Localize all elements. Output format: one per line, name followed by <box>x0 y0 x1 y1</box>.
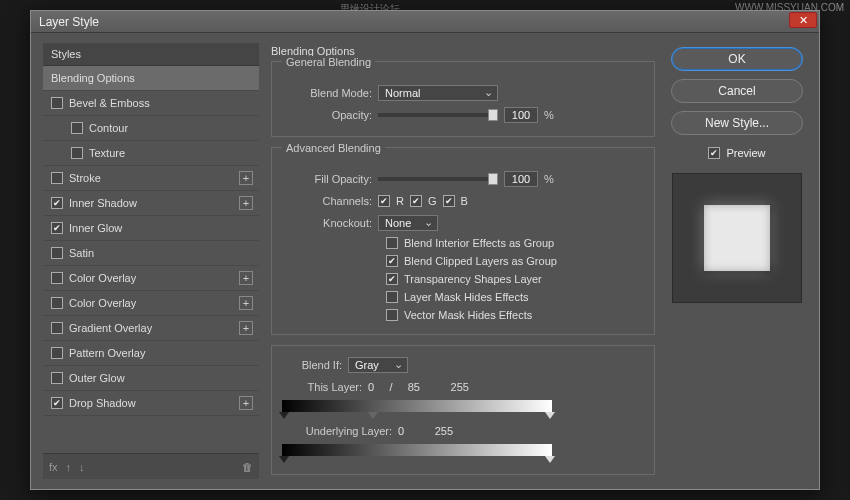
style-label: Color Overlay <box>69 272 136 284</box>
dialog-title: Layer Style <box>39 15 99 29</box>
option-checkbox[interactable] <box>386 309 398 321</box>
arrow-down-icon[interactable]: ↓ <box>79 461 85 473</box>
add-effect-icon[interactable]: + <box>239 171 253 185</box>
close-button[interactable]: ✕ <box>789 12 817 28</box>
fill-opacity-label: Fill Opacity: <box>282 173 372 185</box>
add-effect-icon[interactable]: + <box>239 321 253 335</box>
underlying-track[interactable] <box>282 444 552 456</box>
option-checkbox[interactable] <box>386 291 398 303</box>
channel-g-checkbox[interactable] <box>410 195 422 207</box>
blendif-group: Blend If: Gray This Layer: 0 / 85 255 Un… <box>271 345 655 475</box>
style-checkbox[interactable] <box>51 247 63 259</box>
style-label: Gradient Overlay <box>69 322 152 334</box>
style-label: Drop Shadow <box>69 397 136 409</box>
style-row-texture[interactable]: Texture <box>43 141 259 166</box>
channel-b-checkbox[interactable] <box>443 195 455 207</box>
preview-swatch <box>704 205 770 271</box>
preview-label: Preview <box>726 147 765 159</box>
preview-checkbox[interactable] <box>708 147 720 159</box>
opacity-label: Opacity: <box>282 109 372 121</box>
style-row-bevel-emboss[interactable]: Bevel & Emboss <box>43 91 259 116</box>
opacity-field[interactable]: 100 <box>504 107 538 123</box>
option-label: Blend Clipped Layers as Group <box>404 255 557 267</box>
option-label: Vector Mask Hides Effects <box>404 309 532 321</box>
style-label: Satin <box>69 247 94 259</box>
style-checkbox[interactable] <box>51 222 63 234</box>
add-effect-icon[interactable]: + <box>239 396 253 410</box>
style-label: Texture <box>89 147 125 159</box>
style-row-contour[interactable]: Contour <box>43 116 259 141</box>
style-label: Inner Shadow <box>69 197 137 209</box>
style-checkbox[interactable] <box>51 172 63 184</box>
style-checkbox[interactable] <box>51 397 63 409</box>
style-label: Blending Options <box>51 72 135 84</box>
style-row-color-overlay[interactable]: Color Overlay+ <box>43 291 259 316</box>
blendif-label: Blend If: <box>282 359 342 371</box>
knockout-select[interactable]: None <box>378 215 438 231</box>
general-blending-group: General Blending Blend Mode: Normal Opac… <box>271 61 655 137</box>
right-panel: OK Cancel New Style... Preview <box>667 43 807 479</box>
style-checkbox[interactable] <box>71 122 83 134</box>
style-checkbox[interactable] <box>51 197 63 209</box>
fill-opacity-slider[interactable] <box>378 177 498 181</box>
option-checkbox[interactable] <box>386 255 398 267</box>
this-layer-label: This Layer: <box>282 381 362 393</box>
style-checkbox[interactable] <box>51 297 63 309</box>
styles-panel: Styles Blending OptionsBevel & EmbossCon… <box>43 43 259 479</box>
this-layer-values: 0 / 85 255 <box>368 381 469 393</box>
opacity-pct: % <box>544 109 554 121</box>
layer-style-dialog: Layer Style ✕ Styles Blending OptionsBev… <box>30 10 820 490</box>
style-checkbox[interactable] <box>71 147 83 159</box>
trash-icon[interactable]: 🗑 <box>242 461 253 473</box>
styles-list: Blending OptionsBevel & EmbossContourTex… <box>43 66 259 453</box>
style-row-outer-glow[interactable]: Outer Glow <box>43 366 259 391</box>
options-panel: Blending Options General Blending Blend … <box>271 43 655 479</box>
add-effect-icon[interactable]: + <box>239 271 253 285</box>
style-row-color-overlay[interactable]: Color Overlay+ <box>43 266 259 291</box>
titlebar[interactable]: Layer Style ✕ <box>31 11 819 33</box>
style-row-drop-shadow[interactable]: Drop Shadow+ <box>43 391 259 416</box>
style-row-pattern-overlay[interactable]: Pattern Overlay <box>43 341 259 366</box>
style-row-inner-glow[interactable]: Inner Glow <box>43 216 259 241</box>
fx-icon[interactable]: fx <box>49 461 58 473</box>
style-label: Contour <box>89 122 128 134</box>
opacity-slider[interactable] <box>378 113 498 117</box>
general-title: General Blending <box>282 56 375 68</box>
ok-button[interactable]: OK <box>671 47 803 71</box>
style-checkbox[interactable] <box>51 322 63 334</box>
style-checkbox[interactable] <box>51 97 63 109</box>
channels-label: Channels: <box>282 195 372 207</box>
style-checkbox[interactable] <box>51 347 63 359</box>
option-label: Transparency Shapes Layer <box>404 273 542 285</box>
add-effect-icon[interactable]: + <box>239 296 253 310</box>
style-row-gradient-overlay[interactable]: Gradient Overlay+ <box>43 316 259 341</box>
arrow-up-icon[interactable]: ↑ <box>66 461 72 473</box>
preview-box <box>672 173 802 303</box>
cancel-button[interactable]: Cancel <box>671 79 803 103</box>
style-row-stroke[interactable]: Stroke+ <box>43 166 259 191</box>
underlying-label: Underlying Layer: <box>282 425 392 437</box>
this-layer-track[interactable] <box>282 400 552 412</box>
style-label: Inner Glow <box>69 222 122 234</box>
channel-b-label: B <box>461 195 468 207</box>
option-checkbox[interactable] <box>386 237 398 249</box>
style-checkbox[interactable] <box>51 372 63 384</box>
style-row-inner-shadow[interactable]: Inner Shadow+ <box>43 191 259 216</box>
channel-r-checkbox[interactable] <box>378 195 390 207</box>
styles-header: Styles <box>43 43 259 66</box>
style-label: Pattern Overlay <box>69 347 145 359</box>
style-checkbox[interactable] <box>51 272 63 284</box>
blend-mode-select[interactable]: Normal <box>378 85 498 101</box>
advanced-title: Advanced Blending <box>282 142 385 154</box>
style-row-blending-options[interactable]: Blending Options <box>43 66 259 91</box>
new-style-button[interactable]: New Style... <box>671 111 803 135</box>
add-effect-icon[interactable]: + <box>239 196 253 210</box>
style-label: Color Overlay <box>69 297 136 309</box>
option-checkbox[interactable] <box>386 273 398 285</box>
style-row-satin[interactable]: Satin <box>43 241 259 266</box>
blendif-select[interactable]: Gray <box>348 357 408 373</box>
blend-mode-label: Blend Mode: <box>282 87 372 99</box>
fill-opacity-field[interactable]: 100 <box>504 171 538 187</box>
style-label: Stroke <box>69 172 101 184</box>
underlying-values: 0 255 <box>398 425 453 437</box>
